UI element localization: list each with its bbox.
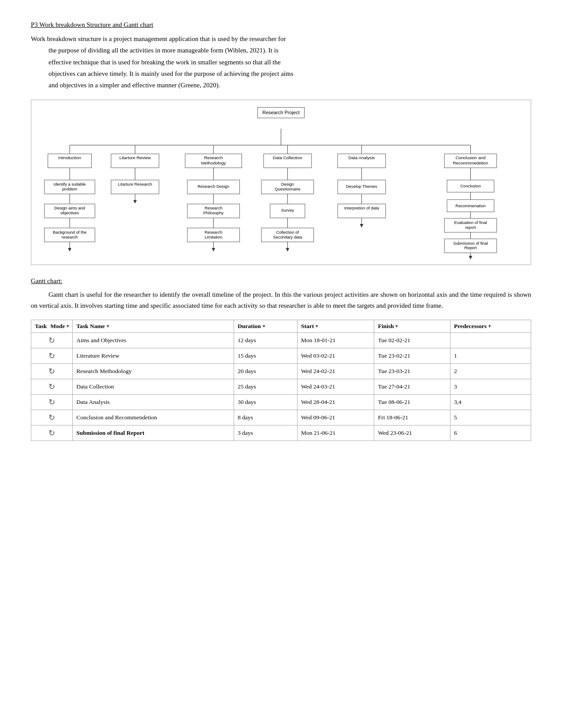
svg-text:Collection of: Collection of — [276, 229, 299, 234]
svg-text:Recommmedetion: Recommmedetion — [453, 160, 488, 165]
task-predecessors-cell: 3,4 — [450, 394, 531, 410]
task-mode-cell: ↻ — [31, 332, 73, 348]
svg-marker-90 — [469, 256, 473, 259]
svg-text:objectives: objectives — [60, 210, 79, 215]
svg-text:Limitation: Limitation — [205, 234, 222, 239]
task-mode-cell: ↻ — [31, 379, 73, 394]
task-mode-icon: ↻ — [48, 398, 55, 407]
svg-text:Identify a suitable: Identify a suitable — [54, 182, 86, 187]
task-mode-icon: ↻ — [48, 413, 55, 422]
task-duration-cell: 30 days — [234, 394, 298, 410]
table-row: ↻Data Analysis30 daysWed 28-04-21Tue 08-… — [31, 394, 531, 410]
task-predecessors-cell: 6 — [450, 425, 531, 441]
task-name-cell: Research Methodology — [73, 363, 234, 379]
svg-text:Introduction: Introduction — [58, 155, 81, 160]
task-predecessors-cell: 1 — [450, 348, 531, 363]
svg-text:Research Design: Research Design — [197, 184, 229, 189]
task-finish-cell: Tue 27-04-21 — [374, 379, 450, 394]
task-start-cell: Wed 28-04-21 — [297, 394, 374, 410]
table-row: ↻Submission of final Report3 daysMon 21-… — [31, 425, 531, 441]
svg-text:Design aims and: Design aims and — [54, 205, 85, 210]
sort-icon-finish[interactable]: ▾ — [395, 324, 398, 329]
table-row: ↻Research Methodology20 daysWed 24-02-21… — [31, 363, 531, 379]
col-start[interactable]: Start ▾ — [297, 320, 374, 332]
col-finish[interactable]: Finish ▾ — [374, 320, 450, 332]
col-task-name[interactable]: Task Name ▾ — [73, 320, 234, 332]
svg-text:Philosophy: Philosophy — [203, 210, 223, 215]
task-start-cell: Mon 18-01-21 — [297, 332, 374, 348]
svg-text:Background of the: Background of the — [53, 229, 86, 234]
task-mode-cell: ↻ — [31, 363, 73, 379]
table-row: ↻Conclusion and Recommendetion8 daysWed … — [31, 410, 531, 425]
task-start-cell: Mon 21-06-21 — [297, 425, 374, 441]
svg-marker-40 — [133, 200, 137, 203]
task-mode-cell: ↻ — [31, 394, 73, 410]
svg-text:Data Analysis: Data Analysis — [348, 155, 375, 160]
task-name-cell: Literature Review — [73, 348, 234, 363]
wbs-diagram: Research Project Introduction Litarture … — [31, 100, 531, 265]
svg-text:Litarture Research: Litarture Research — [118, 182, 152, 187]
svg-text:Questionnaire: Questionnaire — [275, 187, 300, 191]
task-mode-cell: ↻ — [31, 410, 73, 425]
task-name-cell: Data Analysis — [73, 394, 234, 410]
task-finish-cell: Tue 23-03-21 — [374, 363, 450, 379]
svg-marker-53 — [212, 248, 215, 251]
section1-heading: P3 Work breakdown Structure and Gantt ch… — [31, 21, 531, 29]
task-name-cell: Aims and Objectives — [73, 332, 234, 348]
svg-text:Research: Research — [205, 229, 222, 234]
task-predecessors-cell — [450, 332, 531, 348]
task-predecessors-cell: 5 — [450, 410, 531, 425]
task-name-cell: Data Collection — [73, 379, 234, 394]
section2-paragraph: Gantt chart is useful for the researcher… — [31, 289, 531, 312]
task-start-cell: Wed 09-06-21 — [297, 410, 374, 425]
gantt-table: Task Mode ▾ Task Name ▾ Duration ▾ — [31, 320, 531, 441]
svg-text:Conclusion: Conclusion — [460, 183, 480, 188]
sort-icon-pred[interactable]: ▾ — [488, 324, 491, 329]
svg-text:problem: problem — [62, 187, 77, 191]
sort-icon-name[interactable]: ▾ — [107, 324, 109, 329]
sort-icon-duration[interactable]: ▾ — [263, 324, 265, 329]
table-row: ↻Data Collection25 daysWed 24-03-21Tue 2… — [31, 379, 531, 394]
task-mode-cell: ↻ — [31, 348, 73, 363]
svg-text:Conclusion and: Conclusion and — [455, 155, 485, 160]
col-predecessors[interactable]: Predecessors ▾ — [450, 320, 531, 332]
task-finish-cell: Wed 23-06-21 — [374, 425, 450, 441]
task-finish-cell: Tue 02-02-21 — [374, 332, 450, 348]
svg-text:Research: Research — [204, 155, 223, 160]
task-mode-icon: ↻ — [48, 382, 55, 391]
task-start-cell: Wed 24-03-21 — [297, 379, 374, 394]
svg-marker-66 — [286, 248, 289, 251]
svg-text:Data Collection: Data Collection — [273, 155, 302, 160]
task-duration-cell: 3 days — [234, 425, 298, 441]
task-name-cell: Conclusion and Recommendetion — [73, 410, 234, 425]
svg-marker-35 — [68, 248, 71, 251]
task-mode-icon: ↻ — [48, 336, 55, 345]
task-duration-cell: 12 days — [234, 332, 298, 348]
task-start-cell: Wed 24-02-21 — [297, 363, 374, 379]
col-duration[interactable]: Duration ▾ — [234, 320, 298, 332]
wbs-svg-tree: Introduction Litarture Review Research M… — [35, 118, 527, 259]
table-row: ↻Literature Review15 daysWed 03-02-21Tue… — [31, 348, 531, 363]
task-predecessors-cell: 3 — [450, 379, 531, 394]
sort-icon-start[interactable]: ▾ — [316, 324, 318, 329]
task-duration-cell: 25 days — [234, 379, 298, 394]
wbs-root-node: Research Project — [257, 107, 304, 118]
sort-icon-mode[interactable]: ▾ — [67, 324, 69, 329]
col-task-mode[interactable]: Task Mode ▾ — [31, 320, 73, 332]
svg-text:Submission of final: Submission of final — [453, 240, 488, 245]
task-mode-icon: ↻ — [48, 429, 55, 437]
svg-text:Litarture Review: Litarture Review — [119, 155, 151, 160]
svg-text:research: research — [62, 234, 78, 239]
svg-text:Recommenation: Recommenation — [455, 203, 485, 208]
svg-text:Survey: Survey — [281, 208, 294, 213]
svg-text:Secondary data: Secondary data — [273, 234, 302, 239]
task-finish-cell: Fri 18-06-21 — [374, 410, 450, 425]
task-duration-cell: 15 days — [234, 348, 298, 363]
task-mode-icon: ↻ — [48, 367, 55, 376]
table-row: ↻Aims and Objectives12 daysMon 18-01-21T… — [31, 332, 531, 348]
svg-marker-74 — [360, 224, 363, 228]
task-duration-cell: 20 days — [234, 363, 298, 379]
task-mode-cell: ↻ — [31, 425, 73, 441]
task-finish-cell: Tue 08-06-21 — [374, 394, 450, 410]
task-finish-cell: Tue 23-02-21 — [374, 348, 450, 363]
